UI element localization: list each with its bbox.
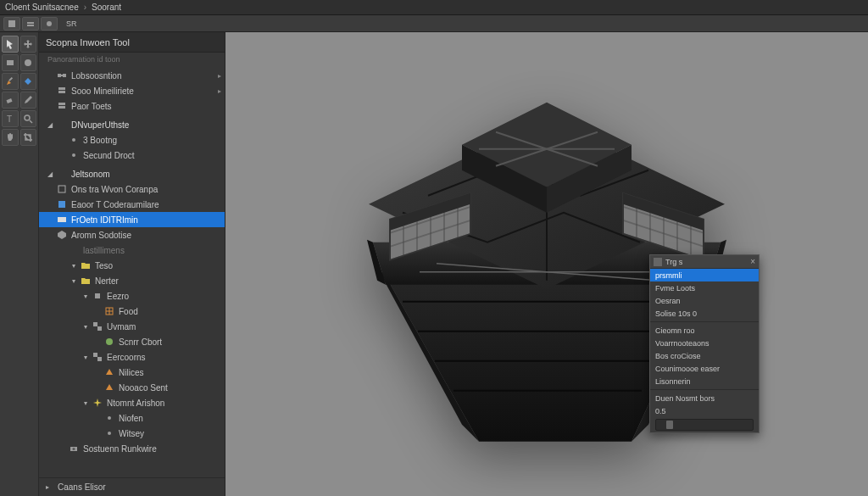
tree-item[interactable]: 3 Bootng: [39, 132, 225, 148]
tool-brush[interactable]: [2, 73, 19, 90]
floating-row[interactable]: Voarrnooteaons: [650, 337, 759, 349]
expand-icon[interactable]: [46, 71, 54, 80]
tree-item[interactable]: ▾Nerter: [39, 273, 225, 288]
svg-point-3: [47, 21, 52, 26]
tool-text[interactable]: T: [2, 110, 19, 127]
tree-item[interactable]: Sooo Mineiliriete▸: [39, 83, 225, 98]
tree-item[interactable]: ▾Ntomnt Arishon: [39, 395, 225, 410]
tree-item[interactable]: Aromn Sodotise: [39, 227, 225, 242]
tree-item[interactable]: ▾Uvmam: [39, 319, 225, 334]
floating-row[interactable]: Duen Nosmt bors: [650, 392, 759, 404]
mat-icon: [103, 337, 115, 347]
tool-crop[interactable]: [20, 129, 37, 146]
expand-icon[interactable]: ◢: [46, 120, 54, 129]
tree-item[interactable]: Scnrr Cbort: [39, 334, 225, 349]
menu-button-3[interactable]: [41, 17, 58, 31]
tree-item[interactable]: Ons tra Wvon Coranpa: [39, 181, 225, 197]
svg-point-18: [72, 138, 75, 142]
tool-erase[interactable]: [2, 92, 19, 109]
tree-item[interactable]: ▾Teso: [39, 258, 225, 273]
svg-rect-7: [6, 98, 12, 103]
floating-panel[interactable]: Trg s × prsmmli Fvme LootsOesranSolise 1…: [649, 254, 760, 433]
expand-icon[interactable]: ◢: [46, 170, 54, 178]
tree-item[interactable]: Secund Droct: [39, 148, 225, 163]
expand-icon[interactable]: [46, 185, 54, 193]
tree-item[interactable]: Eaoor T Coderaumilare: [39, 197, 225, 212]
viewport-3d[interactable]: Trg s × prsmmli Fvme LootsOesranSolise 1…: [225, 32, 868, 496]
floating-row[interactable]: 0.5: [650, 404, 759, 417]
tree-item[interactable]: ▾Eercoorns: [39, 349, 225, 365]
expand-icon[interactable]: ▾: [81, 353, 90, 361]
floating-row[interactable]: Cieomn roo: [650, 324, 759, 337]
tool-fill[interactable]: [20, 73, 37, 90]
menu-button-2[interactable]: [22, 17, 39, 31]
expand-icon[interactable]: [46, 215, 54, 224]
expand-icon[interactable]: [58, 444, 66, 453]
tree-item[interactable]: Sostuenn Runkwire: [39, 441, 225, 456]
expand-icon[interactable]: [46, 86, 54, 95]
outline-tree[interactable]: Lobsoosntion▸Sooo Mineiliriete▸Paor Toet…: [39, 66, 225, 477]
menu-button-1[interactable]: [3, 17, 20, 31]
tool-circle[interactable]: [20, 54, 37, 71]
expand-icon[interactable]: ▾: [81, 398, 90, 407]
tree-item[interactable]: Nooaco Sent: [39, 380, 225, 395]
tree-item[interactable]: ◢Jeltsonom: [39, 166, 225, 181]
expand-icon[interactable]: ▾: [81, 292, 90, 300]
expand-icon[interactable]: [46, 102, 54, 110]
expand-icon[interactable]: [58, 246, 66, 254]
floating-row-label: Lisonnerin: [655, 377, 691, 386]
tree-item-label: Ntomnt Arishon: [107, 398, 164, 408]
tool-hand[interactable]: [2, 129, 19, 146]
floating-row[interactable]: Lisonnerin: [650, 375, 759, 387]
expand-icon[interactable]: [46, 200, 54, 209]
floating-row[interactable]: Solise 10s 0: [650, 307, 759, 320]
tree-item-label: Nerter: [95, 276, 119, 286]
tool-select[interactable]: [2, 36, 19, 53]
menu-extra-label[interactable]: SR: [63, 18, 81, 30]
tree-item-label: Jeltsonom: [71, 170, 110, 179]
tree-item[interactable]: ◢DNvuperUthste: [39, 117, 225, 132]
expand-icon[interactable]: ▾: [70, 261, 78, 270]
floating-row[interactable]: Counimoooe easer: [650, 362, 759, 375]
expand-icon[interactable]: [46, 231, 54, 239]
tree-item[interactable]: Niofen: [39, 410, 225, 426]
tree-item[interactable]: Nilices: [39, 365, 225, 380]
tree-item[interactable]: ▾Eezro: [39, 288, 225, 304]
expand-icon[interactable]: [93, 307, 102, 315]
tree-item-label: Ons tra Wvon Coranpa: [71, 185, 158, 194]
tree-item[interactable]: Lobsoosntion▸: [39, 68, 225, 83]
svg-rect-6: [8, 77, 13, 81]
floating-row[interactable]: Fvme Loots: [650, 281, 759, 294]
tree-item[interactable]: Witsey: [39, 426, 225, 441]
tool-picker[interactable]: [20, 92, 37, 109]
caret-icon: [56, 169, 68, 179]
expand-icon[interactable]: [93, 414, 102, 422]
tree-item-label: Food: [119, 307, 138, 316]
floating-header[interactable]: Trg s ×: [650, 255, 759, 269]
expand-icon[interactable]: [93, 383, 102, 392]
expand-icon[interactable]: ▾: [70, 276, 78, 285]
floating-row[interactable]: Oesran: [650, 294, 759, 307]
floating-row[interactable]: Bos croCiose: [650, 349, 759, 362]
expand-icon[interactable]: [93, 429, 102, 437]
floating-input-row[interactable]: prsmmli: [650, 269, 759, 281]
close-icon[interactable]: ×: [750, 257, 755, 266]
expand-icon[interactable]: ▾: [81, 322, 90, 331]
tree-item-label: Eaoor T Coderaumilare: [71, 200, 159, 209]
expand-icon[interactable]: [93, 337, 102, 346]
panel-footer[interactable]: ▸ Caans Elisor: [39, 477, 225, 496]
tree-item[interactable]: Food: [39, 304, 225, 319]
tree-item[interactable]: FrOetn IDITRImin: [39, 212, 225, 227]
slider-knob[interactable]: [666, 421, 673, 429]
expand-icon[interactable]: [58, 151, 66, 159]
tool-rect[interactable]: [2, 54, 19, 71]
tool-zoom[interactable]: [20, 110, 37, 127]
expand-icon[interactable]: [93, 368, 102, 376]
floating-slider[interactable]: [655, 419, 754, 431]
tree-item[interactable]: Paor Toets: [39, 98, 225, 114]
tree-item[interactable]: lastillimens: [39, 242, 225, 258]
tool-move[interactable]: [20, 36, 37, 53]
expand-icon[interactable]: [58, 136, 66, 144]
svg-text:T: T: [7, 114, 12, 124]
cube-icon: [56, 230, 68, 240]
